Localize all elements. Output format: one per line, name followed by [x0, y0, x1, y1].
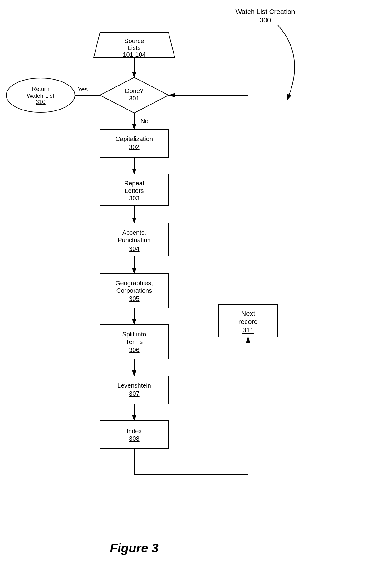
split-terms-number: 306 — [129, 346, 139, 353]
no-label: No — [140, 118, 149, 125]
capitalization-label: Capitalization — [115, 135, 153, 142]
accents-label2: Punctuation — [118, 237, 151, 243]
repeat-letters-label2: Letters — [125, 187, 144, 194]
done-number: 301 — [129, 95, 139, 102]
index-label: Index — [127, 428, 142, 434]
geographies-number: 305 — [129, 295, 139, 302]
yes-label: Yes — [78, 86, 88, 93]
source-lists-label: Source — [124, 37, 144, 44]
watch-list-creation-number: 300 — [260, 16, 271, 24]
geographies-label: Geographies, — [115, 280, 153, 287]
flowchart-diagram: Watch List Creation 300 Source Lists 101… — [0, 0, 387, 588]
return-watch-list-label: Return — [32, 86, 49, 92]
split-terms-label: Split into — [122, 331, 146, 338]
watch-list-creation-label: Watch List Creation — [235, 8, 295, 16]
next-record-number: 311 — [242, 326, 254, 334]
source-lists-label2: Lists — [128, 44, 140, 51]
figure-caption: Figure 3 — [110, 541, 159, 555]
split-terms-label2: Terms — [126, 338, 143, 345]
repeat-letters-label: Repeat — [124, 180, 145, 187]
source-lists-number: 101-104 — [123, 51, 145, 58]
index-shape — [100, 421, 169, 449]
repeat-letters-number: 303 — [129, 195, 139, 202]
return-watch-list-label2: Watch List — [27, 92, 55, 99]
geographies-label2: Corporations — [116, 287, 152, 294]
levenshtein-number: 307 — [129, 390, 139, 397]
accents-label: Accents, — [122, 229, 146, 236]
return-watch-list-number: 310 — [36, 99, 46, 105]
accents-number: 304 — [129, 245, 139, 252]
capitalization-number: 302 — [129, 144, 139, 150]
next-record-label: Next — [241, 310, 255, 317]
levenshtein-label: Levenshtein — [117, 382, 151, 389]
index-number: 308 — [129, 435, 139, 442]
done-label: Done? — [125, 87, 144, 94]
next-record-label2: record — [238, 318, 258, 326]
